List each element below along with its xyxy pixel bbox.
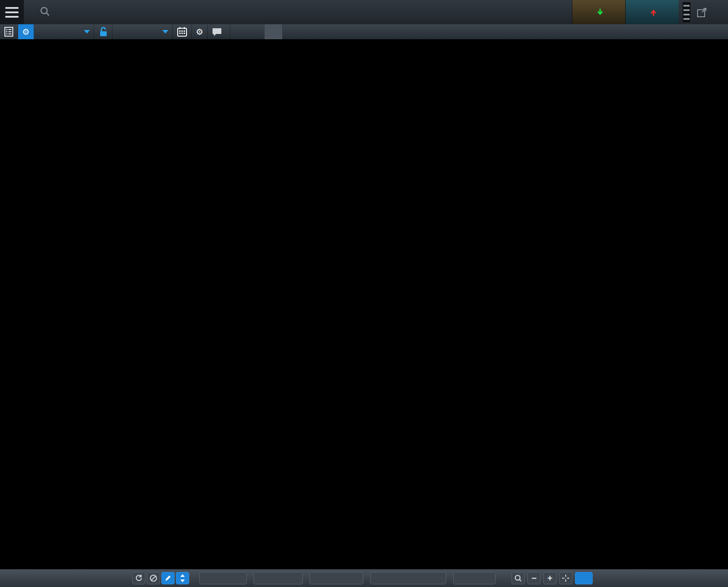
price-labels-toggle[interactable] — [575, 572, 593, 584]
calendar-icon[interactable] — [173, 24, 192, 39]
zoom-in-icon[interactable]: + — [543, 572, 556, 584]
chevron-down-icon — [162, 30, 168, 34]
menu-chart-typ[interactable] — [254, 572, 303, 584]
close-icon[interactable] — [709, 4, 724, 21]
related-button[interactable] — [265, 24, 283, 39]
speech-bubble-icon — [212, 27, 222, 37]
buy-price-button[interactable] — [625, 0, 679, 24]
search-icon[interactable] — [40, 6, 50, 19]
arrow-up-icon — [650, 8, 657, 16]
chart-gear-icon[interactable]: ⚙ — [192, 24, 208, 39]
menu-zeitraum[interactable] — [199, 572, 247, 584]
depth-gauge-icon — [682, 2, 691, 23]
chevron-down-icon — [84, 30, 90, 34]
news-icon[interactable] — [0, 24, 18, 39]
menu-muster[interactable] — [453, 572, 496, 584]
popout-icon[interactable] — [694, 4, 709, 21]
menu-icon[interactable] — [0, 0, 24, 24]
chart-forum-button[interactable] — [208, 24, 230, 39]
chart-toolbar: ⚙ ⚙ — [0, 24, 728, 40]
arrow-down-icon — [597, 8, 603, 16]
crosshair-icon[interactable] — [559, 572, 572, 584]
stepper-icon[interactable] — [176, 572, 189, 584]
zoom-icon[interactable] — [511, 572, 525, 584]
timeframe-dropdown[interactable] — [34, 24, 94, 39]
zoom-out-icon[interactable]: − — [527, 572, 541, 584]
refresh-icon[interactable] — [132, 572, 146, 584]
chart-tools-label — [283, 24, 293, 39]
disable-drawing-icon[interactable] — [147, 572, 160, 584]
menu-zeichenwerkzeuge[interactable] — [370, 572, 446, 584]
bottom-toolbar: − + — [0, 569, 728, 587]
sell-price-button[interactable] — [572, 0, 625, 24]
settings-gear-icon[interactable]: ⚙ — [18, 24, 34, 39]
draw-pencil-icon[interactable] — [161, 572, 175, 584]
lock-icon[interactable] — [94, 24, 112, 39]
chart-canvas[interactable] — [0, 40, 728, 569]
range-dropdown[interactable] — [112, 24, 173, 39]
menu-indikatoren[interactable] — [310, 572, 363, 584]
title-bar — [0, 0, 728, 24]
